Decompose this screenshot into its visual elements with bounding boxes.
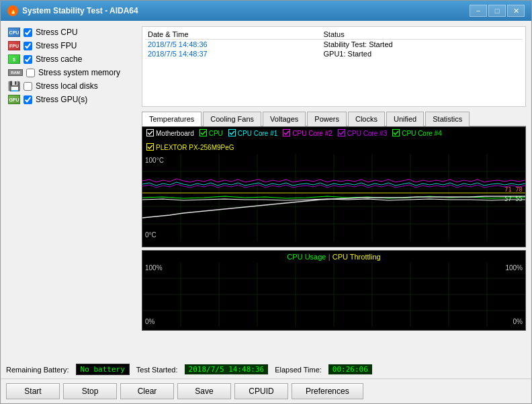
main-window: 🔥 System Stability Test - AIDA64 − □ ✕ C…	[0, 0, 532, 404]
legend-checkbox-icon	[338, 129, 345, 138]
stress-disk-label: Stress local disks	[36, 81, 98, 91]
svg-rect-5	[393, 130, 400, 136]
log-area: Date & Time Status 2018/7/5 14:48:36Stab…	[142, 26, 526, 107]
disk-icon: 💾	[8, 81, 20, 91]
stress-fpu-checkbox[interactable]	[24, 42, 32, 50]
legend-checkbox-icon	[283, 129, 290, 138]
temp-chart-svg	[142, 154, 525, 241]
clear-button[interactable]: Clear	[120, 383, 174, 399]
svg-rect-4	[338, 130, 345, 136]
legend-label: CPU	[209, 130, 223, 137]
stress-memory-label: Stress system memory	[38, 68, 120, 77]
legend-checkbox-icon	[200, 129, 207, 138]
stop-button[interactable]: Stop	[63, 383, 117, 399]
log-table: Date & Time Status 2018/7/5 14:48:36Stab…	[145, 30, 523, 58]
tab-statistics[interactable]: Statistics	[425, 112, 470, 126]
fpu-icon: FPU	[8, 41, 20, 50]
svg-rect-3	[283, 130, 290, 136]
button-bar: StartStopClearSaveCPUIDPreferences	[1, 378, 531, 403]
log-row: 2018/7/5 14:48:36Stability Test: Started	[145, 40, 523, 50]
log-row-date: 2018/7/5 14:48:37	[145, 49, 321, 58]
app-icon: 🔥	[7, 5, 18, 16]
legend-item-cpu-core-#3: CPU Core #3	[338, 129, 387, 138]
memory-icon: RAM	[8, 69, 23, 76]
cpuid-button[interactable]: CPUID	[234, 383, 288, 399]
preferences-button[interactable]: Preferences	[292, 383, 363, 399]
legend-label: CPU Core #4	[402, 130, 441, 137]
legend-label: PLEXTOR PX-256M9PeG	[156, 144, 234, 151]
start-button[interactable]: Start	[6, 383, 60, 399]
log-row-status: GPU1: Started	[321, 49, 523, 58]
stress-disk-item: 💾 Stress local disks	[6, 80, 136, 92]
battery-value: No battery	[76, 364, 130, 375]
cpu-usage-chart: CPU Usage | CPU Throttling 100% 0% 100% …	[142, 250, 526, 331]
cpu-icon: CPU	[8, 28, 20, 37]
temperature-chart: MotherboardCPUCPU Core #1CPU Core #2CPU …	[142, 126, 526, 247]
temp-values-right: 71 78 57 55	[504, 185, 523, 204]
cache-icon: $	[8, 54, 20, 64]
tab-voltages[interactable]: Voltages	[263, 112, 306, 126]
legend-item-motherboard: Motherboard	[146, 129, 194, 138]
save-button[interactable]: Save	[177, 383, 231, 399]
title-bar: 🔥 System Stability Test - AIDA64 − □ ✕	[1, 1, 531, 21]
tab-clocks[interactable]: Clocks	[348, 112, 385, 126]
tab-cooling-fans[interactable]: Cooling Fans	[203, 112, 261, 126]
stress-cache-checkbox[interactable]	[24, 55, 32, 64]
legend-checkbox-icon	[228, 129, 236, 138]
legend-label: CPU Core #3	[347, 130, 387, 137]
test-started-value: 2018/7/5 14:48:36	[185, 364, 269, 374]
cpu-y-top-right: 100%	[505, 264, 523, 272]
legend-label: CPU Core #1	[238, 130, 277, 137]
log-col-datetime: Date & Time	[145, 30, 321, 40]
temp-y-top: 100°C	[145, 157, 164, 164]
temp-chart-body: 100°C 0°C	[142, 154, 525, 241]
legend-checkbox-icon	[392, 129, 400, 138]
maximize-button[interactable]: □	[488, 5, 506, 17]
legend-checkbox-icon	[146, 129, 154, 138]
cpu-chart-body: 100% 0% 100% 0%	[142, 263, 525, 327]
elapsed-value: 00:26:06	[328, 364, 372, 374]
gpu-icon: GPU	[8, 95, 20, 104]
stress-disk-checkbox[interactable]	[24, 82, 32, 91]
cpu-chart-svg	[142, 263, 525, 327]
log-col-status: Status	[321, 30, 523, 40]
svg-rect-0	[147, 130, 154, 136]
legend-item-cpu: CPU	[200, 129, 223, 138]
stress-cpu-checkbox[interactable]	[24, 28, 32, 37]
cpu-y-bottom-right: 0%	[513, 318, 523, 325]
stress-fpu-item: FPU Stress FPU	[6, 40, 136, 52]
battery-label: Remaining Battery:	[6, 366, 69, 374]
log-row: 2018/7/5 14:48:37GPU1: Started	[145, 49, 523, 58]
content-area: CPU Stress CPU FPU Stress FPU $ Stress c…	[1, 21, 531, 360]
stress-cpu-item: CPU Stress CPU	[6, 26, 136, 38]
cpu-y-top-left: 100%	[145, 264, 163, 272]
elapsed-label: Elapsed Time:	[275, 366, 322, 374]
bottom-chart-title: CPU Usage | CPU Throttling	[142, 251, 525, 263]
cpu-throttling-title: CPU Throttling	[332, 253, 381, 261]
status-bar: Remaining Battery: No battery Test Start…	[1, 360, 531, 378]
tab-unified[interactable]: Unified	[386, 112, 424, 126]
legend-label: CPU Core #2	[292, 130, 332, 137]
charts-area: MotherboardCPUCPU Core #1CPU Core #2CPU …	[142, 126, 526, 355]
right-panel: Date & Time Status 2018/7/5 14:48:36Stab…	[142, 21, 531, 360]
stress-gpu-checkbox[interactable]	[24, 95, 32, 104]
legend-item-cpu-core-#4: CPU Core #4	[392, 129, 441, 138]
tab-temperatures[interactable]: Temperatures	[142, 112, 202, 126]
stress-gpu-label: Stress GPU(s)	[36, 95, 87, 104]
stress-memory-checkbox[interactable]	[26, 69, 35, 77]
tab-powers[interactable]: Powers	[307, 112, 347, 126]
stress-memory-item: RAM Stress system memory	[6, 67, 136, 79]
tabs-container: TemperaturesCooling FansVoltagesPowersCl…	[142, 111, 526, 126]
cpu-usage-title: CPU Usage	[287, 253, 326, 261]
legend-checkbox-icon	[146, 143, 154, 152]
log-row-date: 2018/7/5 14:48:36	[145, 40, 321, 50]
close-button[interactable]: ✕	[507, 5, 525, 17]
title-bar-controls: − □ ✕	[470, 5, 525, 17]
window-title: System Stability Test - AIDA64	[22, 6, 138, 15]
log-row-status: Stability Test: Started	[321, 40, 523, 50]
cpu-y-bottom-left: 0%	[145, 318, 154, 325]
minimize-button[interactable]: −	[470, 5, 487, 17]
chart-legend-top: MotherboardCPUCPU Core #1CPU Core #2CPU …	[142, 127, 525, 154]
svg-rect-6	[147, 144, 154, 151]
legend-label: Motherboard	[156, 130, 194, 137]
